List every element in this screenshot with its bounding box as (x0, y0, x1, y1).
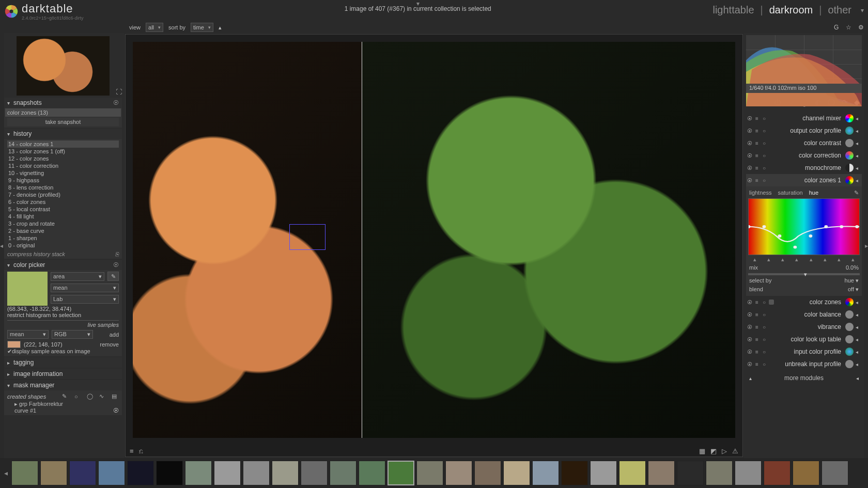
filmstrip-thumb[interactable] (127, 461, 154, 485)
module-instance-icon[interactable] (769, 300, 774, 305)
module-multi-icon[interactable]: ≡ (754, 337, 760, 342)
module-multi-icon[interactable]: ≡ (754, 361, 760, 367)
filmstrip-thumb[interactable] (388, 461, 414, 485)
filmstrip-thumb[interactable] (40, 461, 67, 485)
module-channel_mixer[interactable]: ⦿≡○channel mixer◂ (746, 112, 862, 124)
reset-icon[interactable]: ⦿ (113, 407, 119, 414)
snapshot-item[interactable]: color zones (13) (5, 108, 121, 117)
expand-icon[interactable]: ⛶ (116, 88, 122, 96)
filmstrip-thumb[interactable] (69, 461, 96, 485)
module-reset-icon[interactable]: ○ (762, 178, 767, 183)
compress-history-button[interactable]: compress history stack (7, 251, 65, 257)
filmstrip-thumb[interactable] (822, 461, 848, 485)
sample-mode-select[interactable]: mean▾ (7, 330, 49, 339)
snapshot-split-line[interactable] (362, 42, 362, 438)
module-multi-icon[interactable]: ≡ (754, 300, 760, 305)
module-switch-icon[interactable]: ⦿ (747, 337, 752, 342)
module-multi-icon[interactable]: ≡ (754, 349, 760, 354)
module-unbreak[interactable]: ⦿≡○unbreak input profile◂ (746, 358, 862, 370)
cz-picker-icon[interactable]: ✎ (854, 190, 859, 196)
display-profile-icon[interactable]: ▦ (699, 447, 705, 455)
collapse-right-panel-icon[interactable]: ▸ (864, 33, 868, 458)
module-color_correction[interactable]: ⦿≡○color correction◂ (746, 149, 862, 162)
filmstrip-thumb[interactable] (272, 461, 299, 485)
history-item[interactable]: 1 - sharpen (7, 234, 119, 242)
filmstrip-thumb[interactable] (532, 461, 559, 485)
sort-select[interactable]: time▾ (191, 23, 213, 32)
module-multi-icon[interactable]: ≡ (754, 128, 760, 133)
snapshots-header[interactable]: ▾snapshots⦿ (4, 98, 122, 108)
module-input_color_profile[interactable]: ⦿≡○input color profile◂ (746, 345, 862, 358)
filmstrip-thumb[interactable] (619, 461, 646, 485)
mix-slider[interactable]: ▾ (748, 273, 860, 275)
reset-icon[interactable]: ⦿ (113, 100, 119, 106)
history-item[interactable]: 7 - denoise (profiled) (7, 191, 119, 198)
module-switch-icon[interactable]: ⦿ (747, 300, 752, 305)
history-item[interactable]: 5 - local contrast (7, 206, 119, 213)
gamut-check-icon[interactable]: ▷ (722, 447, 727, 455)
mode-other[interactable]: other (828, 4, 851, 16)
module-switch-icon[interactable]: ⦿ (747, 116, 752, 121)
history-item[interactable]: 12 - color zones (7, 155, 119, 162)
cz-tab-lightness[interactable]: lightness (749, 190, 771, 196)
preview-image[interactable] (133, 42, 735, 438)
filter-settings-icon[interactable]: ⚙ (858, 24, 864, 31)
mode-lighttable[interactable]: lighttable (712, 4, 754, 16)
picker-stat-select[interactable]: mean▾ (51, 284, 119, 292)
module-multi-icon[interactable]: ≡ (754, 178, 760, 183)
filmstrip-prev-icon[interactable]: ◂ (2, 469, 9, 477)
path-icon[interactable]: ∿ (99, 393, 106, 400)
softproof-icon[interactable]: ◩ (710, 447, 717, 455)
filmstrip-thumb[interactable] (185, 461, 212, 485)
mode-menu-icon[interactable]: ▾ (861, 7, 864, 14)
module-color_lut[interactable]: ⦿≡○color look up table◂ (746, 333, 862, 345)
filmstrip-thumb[interactable] (301, 461, 328, 485)
picker-space-select[interactable]: Lab▾ (51, 295, 119, 304)
sort-asc-icon[interactable]: ▴ (219, 24, 222, 31)
filmstrip-thumb[interactable] (243, 461, 270, 485)
module-output_color_profile[interactable]: ⦿≡○output color profile◂ (746, 124, 862, 137)
filmstrip-thumb[interactable] (330, 461, 357, 485)
mask-manager-header[interactable]: ▾mask manager (4, 380, 122, 390)
cz-tab-hue[interactable]: hue (809, 190, 818, 196)
mask-curve-item[interactable]: curve #1 (14, 407, 113, 414)
filmstrip-thumb[interactable] (156, 461, 183, 485)
module-switch-icon[interactable]: ⦿ (747, 324, 752, 329)
filmstrip-thumb[interactable] (706, 461, 733, 485)
panel-collapse-top-icon[interactable]: ▾ (416, 0, 420, 7)
history-item[interactable]: 2 - base curve (7, 227, 119, 234)
mode-darkroom[interactable]: darkroom (769, 4, 813, 16)
module-reset-icon[interactable]: ○ (762, 140, 767, 146)
module-switch-icon[interactable]: ⦿ (747, 312, 752, 317)
history-item[interactable]: 11 - color correction (7, 162, 119, 169)
filmstrip-thumb[interactable] (677, 461, 704, 485)
module-multi-icon[interactable]: ≡ (754, 312, 760, 317)
module-vibrance[interactable]: ⦿≡○vibrance◂ (746, 321, 862, 333)
image-info-header[interactable]: ▸image information (4, 369, 122, 379)
blend-value[interactable]: off ▾ (848, 286, 859, 293)
module-switch-icon[interactable]: ⦿ (747, 165, 752, 170)
view-select[interactable]: all▾ (146, 23, 163, 32)
style-create-icon[interactable]: ⎘ (115, 251, 119, 257)
module-reset-icon[interactable]: ○ (762, 300, 767, 305)
module-reset-icon[interactable]: ○ (762, 361, 767, 367)
tagging-header[interactable]: ▸tagging (4, 357, 122, 368)
filmstrip-thumb[interactable] (11, 461, 38, 485)
sample-space-select[interactable]: RGB▾ (52, 330, 93, 339)
module-reset-icon[interactable]: ○ (762, 116, 767, 121)
module-reset-icon[interactable]: ○ (762, 324, 767, 329)
reset-icon[interactable]: ⦿ (113, 262, 119, 268)
filmstrip-thumb[interactable] (735, 461, 762, 485)
module-switch-icon[interactable]: ⦿ (747, 349, 752, 354)
module-multi-icon[interactable]: ≡ (754, 153, 760, 158)
filmstrip-thumb[interactable] (793, 461, 819, 485)
ellipse-icon[interactable]: ◯ (87, 393, 94, 400)
filter-grouping-icon[interactable]: G (834, 24, 839, 31)
display-samples-checkbox[interactable]: ✔display sample areas on image (7, 348, 119, 355)
filmstrip-thumb[interactable] (359, 461, 385, 485)
history-item[interactable]: 6 - color zones (7, 198, 119, 206)
module-reset-icon[interactable]: ○ (762, 165, 767, 170)
module-reset-icon[interactable]: ○ (762, 153, 767, 158)
collapse-left-panel-icon[interactable]: ◂ (0, 33, 4, 458)
history-item[interactable]: 8 - lens correction (7, 184, 119, 191)
